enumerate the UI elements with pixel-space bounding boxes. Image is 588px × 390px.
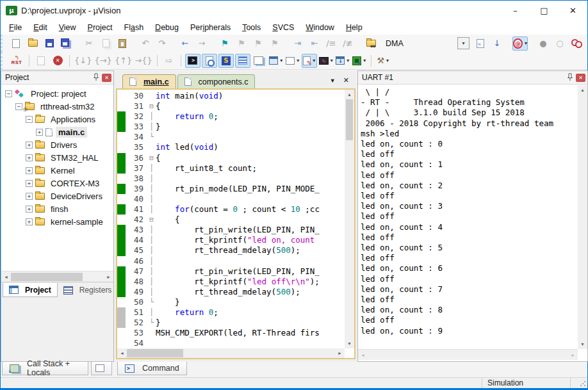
menu-help[interactable]: Help <box>340 22 368 33</box>
search-combo[interactable]: DMA▾ <box>382 37 470 50</box>
tree-item-devicedrivers[interactable]: +DeviceDrivers <box>1 190 113 202</box>
run-button[interactable]: ⇨ <box>161 54 177 68</box>
scroll-down-icon[interactable]: ▼ <box>578 339 587 349</box>
tree-expander[interactable]: + <box>26 218 33 225</box>
bookmark-next-button[interactable]: ⚑ <box>250 37 266 51</box>
command-window-button[interactable] <box>185 54 200 68</box>
tree-item-rtthread-stm32[interactable]: −rtthread-stm32 <box>1 100 113 113</box>
stop-debug-button[interactable] <box>50 54 65 68</box>
debug-tools-button[interactable]: ▾ <box>375 54 391 68</box>
menu-file[interactable]: File <box>3 22 28 33</box>
tree-expander[interactable]: + <box>26 206 33 213</box>
save-button[interactable] <box>42 37 57 51</box>
tree-item-finsh[interactable]: +finsh <box>1 202 113 215</box>
minimize-button[interactable]: – <box>501 1 530 20</box>
combo-dropdown-icon[interactable]: ▾ <box>457 37 470 49</box>
new-file-button[interactable] <box>8 37 24 51</box>
menu-window[interactable]: Window <box>300 22 339 33</box>
menu-tools[interactable]: Tools <box>236 22 266 33</box>
undo-button[interactable]: ↶ <box>138 37 153 51</box>
pin-icon[interactable] <box>93 73 99 83</box>
reset-cpu-button[interactable]: RST <box>8 54 25 68</box>
scroll-down-icon[interactable]: ▼ <box>345 339 354 348</box>
menu-project[interactable]: Project <box>82 22 118 33</box>
pin-icon[interactable] <box>567 73 573 83</box>
uart-output[interactable]: \ | /- RT - Thread Operating System / | … <box>358 85 578 349</box>
step-out-button[interactable]: {↑} <box>114 54 133 68</box>
lookup-button[interactable]: ▾ <box>512 37 528 51</box>
step-over-button[interactable]: {→} <box>94 54 112 68</box>
bookmark-clear-all-button[interactable]: ⚑ <box>267 37 282 51</box>
open-file-button[interactable] <box>25 37 40 51</box>
dropdown-caret-icon[interactable]: ▾ <box>297 58 299 63</box>
tree-item-stm32-hal[interactable]: +STM32_HAL <box>1 151 113 164</box>
search-combo-value[interactable]: DMA <box>382 39 457 48</box>
trace-windows-button[interactable]: ▾ <box>268 54 284 68</box>
close-button[interactable]: ✕ <box>559 1 587 20</box>
document-tab-components-c[interactable]: components.c <box>177 74 256 88</box>
tree-expander[interactable]: + <box>26 154 33 161</box>
scroll-up-icon[interactable]: ▲ <box>578 85 587 95</box>
project-horizontal-scrollbar[interactable]: ◄ ► <box>1 271 113 282</box>
redo-button[interactable]: ↷ <box>154 37 170 51</box>
dropdown-caret-icon[interactable]: ▾ <box>347 58 349 63</box>
close-document-icon[interactable]: ✕ <box>343 76 349 85</box>
title-bar[interactable]: µ D:\project.uvprojx - µVision – □ ✕ <box>1 1 587 20</box>
menu-flash[interactable]: Flash <box>118 22 150 33</box>
save-all-button[interactable] <box>58 37 74 51</box>
project-tree[interactable]: −Project: project−rtthread-stm32−Applica… <box>1 85 113 271</box>
analysis-windows-button[interactable] <box>252 54 267 68</box>
tree-item-kernel-sample[interactable]: +kernel-sample <box>1 215 113 228</box>
scroll-left-icon[interactable]: ◄ <box>117 348 127 358</box>
find-in-files-button[interactable] <box>473 37 488 51</box>
tree-item-applications[interactable]: −Applications <box>1 113 113 126</box>
dropdown-caret-icon[interactable]: ▾ <box>363 58 366 63</box>
tab-project[interactable]: Project <box>3 283 58 297</box>
tree-expander[interactable]: − <box>5 90 12 97</box>
editor-vertical-scrollbar[interactable]: ▲ ▼ <box>345 90 354 348</box>
tab-call-stack-locals[interactable]: Call Stack + Locals <box>2 362 88 375</box>
menu-svcs[interactable]: SVCS <box>266 22 300 33</box>
navigate-back-button[interactable]: ← <box>177 37 193 51</box>
scroll-left-icon[interactable]: ◄ <box>358 350 368 360</box>
incremental-find-button[interactable]: ↓ <box>489 37 505 51</box>
menu-debug[interactable]: Debug <box>149 22 184 33</box>
scroll-thumb[interactable] <box>346 99 353 140</box>
comment-button[interactable]: /≡ <box>323 37 339 51</box>
tree-item-main-c[interactable]: +main.c <box>1 126 113 138</box>
uncomment-button[interactable]: /≢ <box>340 37 355 51</box>
tree-expander[interactable]: − <box>26 116 33 123</box>
fold-collapse-icon[interactable]: ⊟ <box>147 153 156 163</box>
document-tab-main-c[interactable]: main.c <box>122 74 176 88</box>
scroll-thumb[interactable] <box>11 273 83 281</box>
tree-expander[interactable]: + <box>26 142 33 149</box>
serial-windows-button[interactable] <box>235 54 250 68</box>
logic-analyzer-button[interactable]: ▾ <box>318 54 334 68</box>
indent-button[interactable]: ⇥ <box>290 37 306 51</box>
scroll-right-icon[interactable]: ► <box>104 272 113 282</box>
bookmark-toggle-button[interactable]: ⚑ <box>217 37 233 51</box>
menu-view[interactable]: View <box>53 22 82 33</box>
tree-item-kernel[interactable]: +Kernel <box>1 164 113 177</box>
resize-grip-icon[interactable] <box>580 380 586 387</box>
breakpoint-disable-all-button[interactable] <box>569 37 584 51</box>
memory-window-button[interactable] <box>91 362 112 375</box>
breakpoint-toggle-button[interactable]: ● <box>535 37 551 51</box>
dropdown-caret-icon[interactable]: ▾ <box>525 40 527 46</box>
outdent-button[interactable]: ⇤ <box>307 37 322 51</box>
step-into-button[interactable]: {↓} <box>74 54 92 68</box>
find-in-files-folder-button[interactable] <box>363 37 379 51</box>
navigate-forward-button[interactable]: → <box>194 37 209 51</box>
scroll-thumb[interactable] <box>127 349 183 357</box>
toolbox-button[interactable]: ▾ <box>352 54 367 68</box>
tree-expander[interactable]: + <box>36 129 43 136</box>
tree-expander[interactable]: − <box>15 103 22 110</box>
tree-expander[interactable]: + <box>26 180 33 187</box>
scroll-right-icon[interactable]: ► <box>568 350 578 360</box>
breakpoint-enable-disable-button[interactable]: ○ <box>552 37 568 51</box>
insert-program-flow-button[interactable] <box>33 54 49 68</box>
tree-expander[interactable]: + <box>26 193 33 200</box>
dropdown-caret-icon[interactable]: ▾ <box>280 58 282 63</box>
scroll-up-icon[interactable]: ▲ <box>345 90 354 99</box>
scroll-left-icon[interactable]: ◄ <box>1 272 11 282</box>
